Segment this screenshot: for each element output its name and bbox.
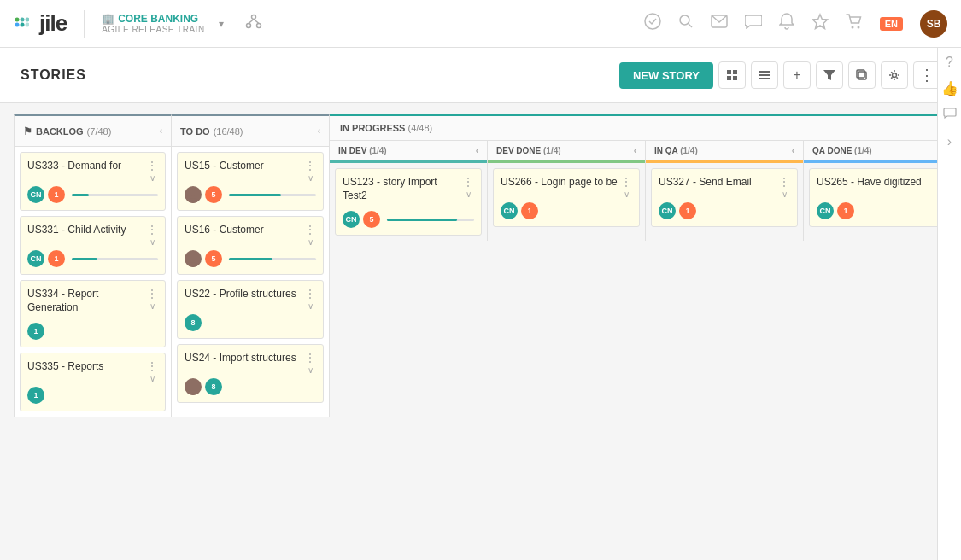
card-us333-menu[interactable]: ⋮	[146, 160, 158, 172]
brand-section: 🏢 CORE BANKING AGILE RELEASE TRAIN	[102, 13, 204, 34]
brand-dropdown[interactable]: ▾	[219, 18, 224, 30]
card-us16-avatar	[185, 250, 202, 267]
card-us123-chevron[interactable]: ∨	[466, 190, 472, 199]
mail-icon[interactable]	[711, 15, 728, 32]
card-us266-title: US266 - Login page to be	[501, 176, 618, 190]
svg-point-8	[256, 24, 261, 28]
star-icon[interactable]	[812, 13, 829, 34]
logo-icon	[14, 16, 29, 32]
card-us333-cn-badge: CN	[27, 186, 44, 203]
card-us24[interactable]: US24 - Import structures ⋮ ∨ 8	[177, 344, 324, 403]
card-us333-title: US333 - Demand for	[27, 160, 121, 173]
backlog-title: BACKLOG	[36, 126, 84, 137]
card-us333-num-badge: 1	[48, 186, 65, 203]
card-us15[interactable]: US15 - Customer ⋮ ∨ 5	[177, 152, 324, 211]
card-us15-menu[interactable]: ⋮	[304, 160, 316, 172]
grid-view-button[interactable]	[718, 61, 746, 89]
svg-rect-21	[733, 76, 737, 80]
qa-done-title: QA DONE (1/4)	[812, 146, 872, 155]
card-us123[interactable]: US123 - story Import Test2 ⋮ ∨ CN 5	[335, 168, 482, 236]
in-dev-collapse[interactable]: ‹	[476, 146, 478, 155]
settings-button[interactable]	[881, 61, 908, 89]
search-icon[interactable]	[678, 14, 694, 33]
card-us22-chevron[interactable]: ∨	[308, 301, 313, 311]
card-us331-chevron[interactable]: ∨	[149, 237, 155, 247]
toolbar: NEW STORY + ⋮	[619, 61, 940, 89]
card-us331-progress	[72, 258, 158, 260]
new-story-button[interactable]: NEW STORY	[619, 62, 713, 89]
org-icon[interactable]	[244, 12, 263, 35]
column-dev-done: DEV DONE (1/4) ‹ US266 - Login page to b…	[488, 141, 646, 241]
svg-point-2	[15, 22, 20, 26]
bell-icon[interactable]	[779, 13, 794, 34]
in-dev-header: IN DEV (1/4) ‹	[330, 141, 487, 163]
filter-button[interactable]	[816, 61, 843, 89]
svg-point-7	[246, 24, 250, 28]
card-us123-progress	[387, 219, 474, 221]
expand-icon[interactable]: ›	[947, 134, 952, 149]
todo-collapse[interactable]: ‹	[318, 126, 320, 136]
in-qa-collapse[interactable]: ‹	[792, 146, 794, 155]
card-us22-num-badge: 8	[185, 314, 202, 331]
list-view-button[interactable]	[751, 61, 778, 89]
user-avatar[interactable]: SB	[920, 10, 947, 38]
card-us266-menu[interactable]: ⋮	[620, 176, 632, 188]
card-us123-cn-badge: CN	[343, 211, 360, 228]
svg-point-34	[187, 390, 199, 395]
column-backlog: ⚑ BACKLOG (7/48) ‹ US333 - Demand for ⋮ …	[14, 114, 172, 417]
card-us327-chevron[interactable]: ∨	[782, 190, 788, 199]
card-us331-menu[interactable]: ⋮	[146, 224, 158, 236]
card-us22-menu[interactable]: ⋮	[304, 288, 316, 300]
add-button[interactable]: +	[783, 61, 811, 89]
card-us266-chevron[interactable]: ∨	[624, 190, 630, 199]
card-us333-chevron[interactable]: ∨	[149, 173, 155, 183]
chat-icon[interactable]	[745, 14, 762, 33]
page-title: STORIES	[21, 67, 619, 83]
svg-point-12	[680, 15, 689, 25]
backlog-cards: US333 - Demand for ⋮ ∨ CN 1	[15, 147, 171, 417]
dev-done-collapse[interactable]: ‹	[634, 146, 636, 155]
thumbsup-icon[interactable]: 👍	[941, 80, 958, 96]
svg-point-17	[857, 26, 859, 29]
card-us24-chevron[interactable]: ∨	[308, 365, 313, 375]
brand-name: 🏢 CORE BANKING	[102, 13, 204, 25]
card-us16[interactable]: US16 - Customer ⋮ ∨ 5	[177, 216, 324, 275]
check-icon[interactable]	[644, 13, 661, 34]
card-us24-menu[interactable]: ⋮	[304, 352, 316, 364]
card-us327-menu[interactable]: ⋮	[778, 176, 790, 188]
in-progress-title: IN PROGRESS (4/48)	[340, 123, 432, 133]
card-us22[interactable]: US22 - Profile structures ⋮ ∨ 8	[177, 280, 324, 339]
card-us335-chevron[interactable]: ∨	[149, 374, 155, 383]
card-us327-num-badge: 1	[679, 202, 696, 219]
todo-header: TO DO (16/48) ‹	[172, 116, 329, 147]
card-us266[interactable]: US266 - Login page to be ⋮ ∨ CN 1	[493, 168, 640, 227]
card-us327[interactable]: US327 - Send Email ⋮ ∨ CN 1	[651, 168, 798, 227]
main-content: STORIES NEW STORY + ⋮	[0, 48, 961, 560]
todo-count: (16/48)	[214, 126, 243, 137]
card-us16-menu[interactable]: ⋮	[304, 224, 316, 236]
card-us16-chevron[interactable]: ∨	[308, 237, 313, 247]
side-panel: ? 👍 ›	[937, 48, 961, 560]
card-us123-menu[interactable]: ⋮	[462, 176, 474, 188]
help-icon[interactable]: ?	[946, 55, 953, 70]
card-us335[interactable]: US335 - Reports ⋮ ∨ 1	[20, 353, 166, 411]
card-us334[interactable]: US334 - Report Generation ⋮ ∨ 1	[20, 280, 166, 347]
cart-icon[interactable]	[846, 14, 863, 33]
card-us335-menu[interactable]: ⋮	[146, 360, 158, 372]
card-us265[interactable]: US265 - Have digitized ⋮ ∨ CN 1	[809, 168, 957, 227]
backlog-collapse[interactable]: ‹	[160, 126, 162, 136]
card-us15-chevron[interactable]: ∨	[308, 173, 313, 183]
card-us334-menu[interactable]: ⋮	[146, 288, 158, 300]
svg-rect-24	[759, 78, 770, 79]
card-us334-chevron[interactable]: ∨	[149, 301, 155, 311]
card-us22-title: US22 - Profile structures	[185, 288, 296, 301]
copy-button[interactable]	[848, 61, 876, 89]
card-us327-title: US327 - Send Email	[659, 176, 752, 190]
svg-point-30	[187, 198, 199, 203]
card-us333-progress	[72, 194, 158, 196]
side-chat-icon[interactable]	[943, 107, 957, 124]
card-us331[interactable]: US331 - Child Activity ⋮ ∨ CN 1	[20, 216, 166, 275]
in-dev-title: IN DEV (1/4)	[338, 146, 387, 155]
card-us333[interactable]: US333 - Demand for ⋮ ∨ CN 1	[20, 152, 166, 211]
language-badge[interactable]: EN	[880, 17, 903, 31]
